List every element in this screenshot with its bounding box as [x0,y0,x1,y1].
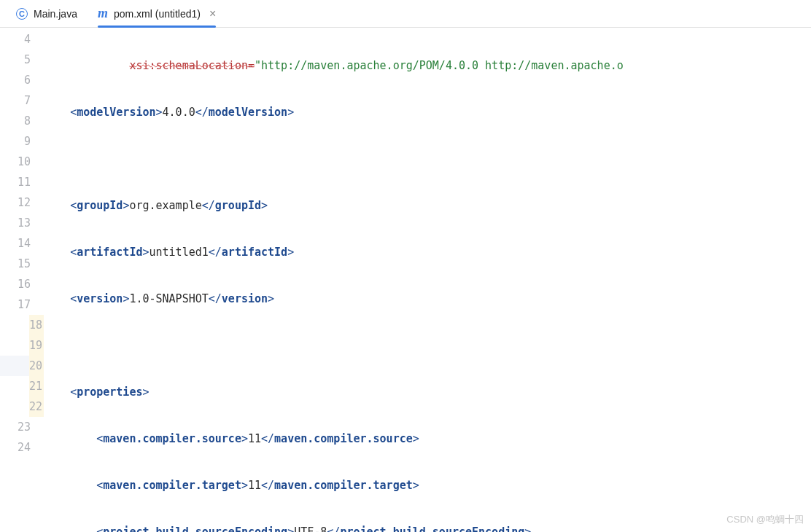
code-editor[interactable]: 4 5 6 7 8 9 10 11 12 13 14 15 16 17 18 1… [0,28,811,532]
line-gutter: 4 5 6 7 8 9 10 11 12 13 14 15 16 17 18 1… [0,28,44,532]
code-line[interactable]: <project.build.sourceEncoding>UTF-8</pro… [44,522,811,532]
code-line[interactable]: <modelVersion>4.0.0</modelVersion> [44,102,811,122]
code-area[interactable]: xsi:schemaLocation="http://maven.apache.… [44,28,811,532]
code-line[interactable]: <version>1.0-SNAPSHOT</version> [44,289,811,309]
code-line[interactable]: <artifactId>untitled1</artifactId> [44,242,811,262]
editor-tabs: C Main.java m pom.xml (untitled1) × [0,0,811,28]
code-line[interactable]: xsi:schemaLocation="http://maven.apache.… [44,55,811,76]
code-line[interactable] [44,149,811,169]
watermark: CSDN @鸣蜩十四 [726,513,804,526]
tab-main-java[interactable]: C Main.java [6,0,88,27]
code-line[interactable]: <maven.compiler.target>11</maven.compile… [44,475,811,496]
code-line[interactable]: <groupId>org.example</groupId> [44,195,811,216]
tab-label: pom.xml (untitled1) [114,8,201,20]
tab-label: Main.java [34,8,77,20]
tab-pom-xml[interactable]: m pom.xml (untitled1) × [88,0,226,27]
maven-icon: m [98,6,108,21]
code-line[interactable]: <maven.compiler.source>11</maven.compile… [44,429,811,449]
java-class-icon: C [16,8,28,20]
code-line[interactable]: <properties> [44,382,811,402]
close-icon[interactable]: × [209,7,216,20]
code-line[interactable] [44,335,811,356]
